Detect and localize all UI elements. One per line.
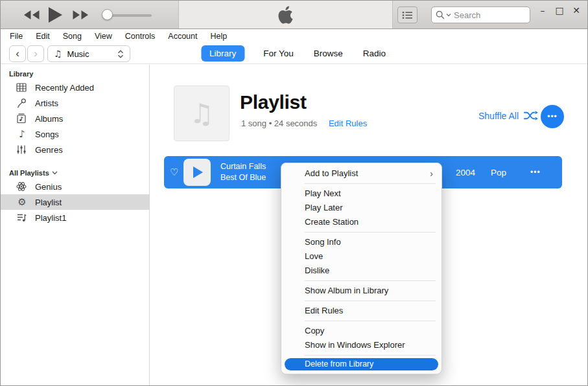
back-button[interactable]: ‹ bbox=[9, 45, 26, 62]
sidebar: Library Recently Added Artists Albums ♪ … bbox=[1, 65, 150, 385]
menu-separator bbox=[305, 232, 436, 233]
menu-item-label: Add to Playlist bbox=[305, 168, 358, 178]
sidebar-item-label: Genius bbox=[35, 182, 62, 192]
microphone-icon bbox=[16, 97, 27, 109]
list-note-icon bbox=[16, 212, 27, 223]
song-play-button[interactable] bbox=[183, 159, 211, 186]
menu-item-song-info[interactable]: Song Info bbox=[281, 235, 441, 249]
menu-file[interactable]: File bbox=[3, 32, 29, 41]
sidebar-library-header: Library bbox=[9, 70, 149, 78]
play-button[interactable] bbox=[47, 6, 63, 23]
menu-item-edit-rules[interactable]: Edit Rules bbox=[281, 304, 441, 318]
ellipsis-icon: ••• bbox=[547, 112, 558, 121]
menu-item-play-next[interactable]: Play Next bbox=[281, 187, 441, 201]
song-more-button[interactable]: ••• bbox=[530, 156, 541, 188]
sidebar-item-genius[interactable]: Genius bbox=[1, 179, 149, 194]
menu-help[interactable]: Help bbox=[204, 32, 234, 41]
menu-separator bbox=[305, 301, 436, 301]
more-options-button[interactable]: ••• bbox=[541, 105, 564, 128]
tab-browse[interactable]: Browse bbox=[312, 45, 344, 62]
menu-item-copy[interactable]: Copy bbox=[281, 324, 441, 338]
search-scope-chevron-icon bbox=[446, 13, 451, 17]
menu-controls[interactable]: Controls bbox=[119, 32, 162, 41]
menu-item-dislike[interactable]: Dislike bbox=[281, 264, 441, 278]
page-title: Playlist bbox=[240, 91, 307, 113]
minimize-button[interactable]: – bbox=[534, 3, 551, 18]
tab-library[interactable]: Library bbox=[201, 45, 244, 62]
menu-item-label: Song Info bbox=[305, 237, 341, 247]
menu-item-label: Delete from Library bbox=[305, 359, 373, 369]
edit-rules-link[interactable]: Edit Rules bbox=[329, 119, 367, 128]
gear-icon: ⚙ bbox=[16, 196, 29, 208]
sidebar-playlists-header[interactable]: All Playlists bbox=[9, 169, 149, 177]
shuffle-all-button[interactable]: Shuffle All bbox=[478, 110, 539, 121]
menu-item-show-in-windows-explorer[interactable]: Show in Windows Explorer bbox=[281, 338, 441, 352]
fast-forward-button[interactable] bbox=[72, 10, 89, 20]
song-title: Curtain Falls bbox=[220, 161, 266, 172]
menu-item-show-album-in-library[interactable]: Show Album in Library bbox=[281, 284, 441, 298]
menu-account[interactable]: Account bbox=[161, 32, 204, 41]
volume-knob[interactable] bbox=[102, 9, 113, 20]
menu-item-create-station[interactable]: Create Station bbox=[281, 215, 441, 229]
rewind-icon bbox=[23, 10, 40, 20]
sidebar-item-label: Songs bbox=[35, 130, 59, 139]
apple-logo-icon bbox=[277, 5, 294, 25]
sidebar-item-playlist1[interactable]: Playlist1 bbox=[1, 210, 149, 225]
menu-view[interactable]: View bbox=[88, 32, 119, 41]
menu-separator bbox=[305, 321, 436, 321]
window-controls: – □ ✕ bbox=[534, 3, 585, 18]
menu-item-add-to-playlist[interactable]: Add to Playlist › bbox=[281, 166, 441, 181]
genres-icon bbox=[16, 144, 27, 155]
menu-item-love[interactable]: Love bbox=[281, 249, 441, 264]
menu-edit[interactable]: Edit bbox=[29, 32, 56, 41]
menubar: File Edit Song View Controls Account Hel… bbox=[1, 29, 587, 43]
shuffle-all-label: Shuffle All bbox=[478, 111, 519, 121]
sidebar-item-label: Playlist1 bbox=[35, 213, 66, 223]
sidebar-item-label: Playlist bbox=[35, 198, 62, 207]
sidebar-item-genres[interactable]: Genres bbox=[1, 142, 149, 157]
artwork-note-icon: ♫ bbox=[189, 98, 214, 130]
sidebar-item-recently-added[interactable]: Recently Added bbox=[1, 80, 149, 95]
menu-item-label: Copy bbox=[305, 326, 324, 335]
menu-separator bbox=[305, 355, 436, 356]
submenu-arrow-icon: › bbox=[430, 166, 433, 181]
note-icon: ♪ bbox=[16, 128, 29, 140]
rewind-button[interactable] bbox=[23, 10, 40, 20]
playlist-meta-text: 1 song • 24 seconds bbox=[241, 119, 317, 128]
navbar: ‹ › ♫ Music Library For You Browse Radio bbox=[1, 43, 587, 64]
playlist-artwork: ♫ bbox=[174, 85, 229, 141]
forward-button[interactable]: › bbox=[27, 45, 44, 62]
menu-separator bbox=[305, 183, 436, 184]
menu-item-label: Love bbox=[305, 251, 323, 261]
search-field[interactable] bbox=[431, 6, 530, 23]
volume-slider[interactable] bbox=[100, 9, 154, 21]
tab-for-you[interactable]: For You bbox=[262, 45, 295, 62]
menu-song[interactable]: Song bbox=[56, 32, 88, 41]
menu-item-play-later[interactable]: Play Later bbox=[281, 201, 441, 215]
song-year: 2004 bbox=[456, 156, 475, 188]
menu-item-label: Edit Rules bbox=[305, 306, 343, 315]
close-button[interactable]: ✕ bbox=[568, 3, 585, 18]
media-kind-picker[interactable]: ♫ Music bbox=[47, 45, 130, 62]
playlist-meta: 1 song • 24 seconds Edit Rules bbox=[241, 119, 367, 128]
maximize-button[interactable]: □ bbox=[551, 3, 568, 18]
song-artist: Best Of Blue bbox=[220, 172, 266, 183]
menu-item-label: Play Later bbox=[305, 203, 343, 212]
play-icon bbox=[47, 6, 63, 23]
love-heart-icon[interactable]: ♡ bbox=[170, 156, 178, 188]
search-input[interactable] bbox=[453, 10, 526, 21]
sidebar-item-playlist[interactable]: ⚙ Playlist bbox=[1, 194, 149, 210]
sidebar-item-artists[interactable]: Artists bbox=[1, 95, 149, 111]
list-view-icon bbox=[402, 11, 413, 19]
lcd-display bbox=[178, 1, 393, 28]
menu-item-label: Play Next bbox=[305, 188, 341, 198]
menu-item-delete-from-library[interactable]: Delete from Library bbox=[285, 358, 438, 370]
sidebar-item-albums[interactable]: Albums bbox=[1, 111, 149, 126]
menu-item-label: Show in Windows Explorer bbox=[305, 340, 405, 350]
tab-radio[interactable]: Radio bbox=[362, 45, 387, 62]
sidebar-item-songs[interactable]: ♪ Songs bbox=[1, 126, 149, 142]
media-kind-label: Music bbox=[67, 49, 112, 59]
menu-separator bbox=[305, 280, 436, 281]
menu-item-label: Dislike bbox=[305, 266, 329, 275]
list-view-button[interactable] bbox=[397, 6, 417, 23]
